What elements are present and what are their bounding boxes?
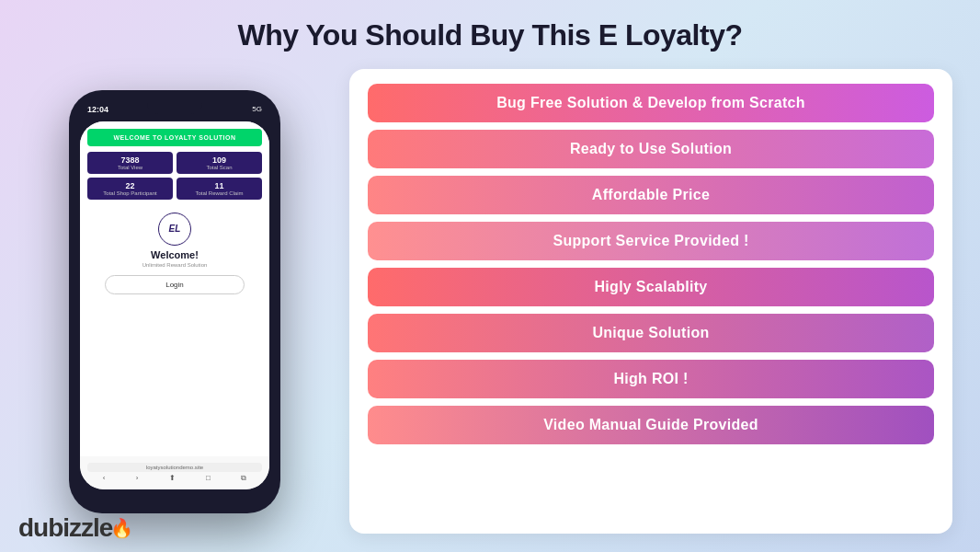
dubizzle-flame-icon: 🔥: [110, 517, 133, 539]
nav-bookmark-icon[interactable]: □: [206, 474, 211, 483]
phone-frame: 12:04 5G WELCOME TO LOYALTY SOLUTION 738…: [69, 90, 280, 513]
page-title: Why You Should Buy This E Loyalty?: [238, 18, 743, 52]
phone-welcome-heading: Welcome!: [151, 249, 199, 260]
feature-btn-1[interactable]: Bug Free Solution & Develop from Scratch: [368, 84, 934, 122]
phone-container: 12:04 5G WELCOME TO LOYALTY SOLUTION 738…: [28, 69, 322, 534]
phone-screen: WELCOME TO LOYALTY SOLUTION 7388 Total V…: [80, 121, 269, 489]
stat-shop-number: 22: [93, 181, 167, 190]
feature-btn-7[interactable]: High ROI !: [368, 360, 934, 398]
dubizzle-branding: dubizzle 🔥: [18, 513, 133, 543]
feature-btn-8[interactable]: Video Manual Guide Provided: [368, 406, 934, 444]
phone-stat-total-view: 7388 Total View: [87, 152, 173, 174]
nav-forward-icon[interactable]: ›: [136, 474, 139, 483]
stat-reward-label: Total Reward Claim: [182, 190, 256, 196]
stat-view-number: 7388: [93, 155, 167, 165]
phone-login-button[interactable]: Login: [105, 275, 245, 294]
phone-nav-icons: ‹ › ⬆ □ ⧉: [87, 474, 262, 483]
phone-stat-shop: 22 Total Shop Participant: [87, 178, 173, 200]
phone-screen-inner: WELCOME TO LOYALTY SOLUTION 7388 Total V…: [80, 121, 269, 456]
feature-btn-6[interactable]: Unique Solution: [368, 314, 934, 352]
nav-back-icon[interactable]: ‹: [103, 474, 106, 483]
stat-scan-number: 109: [182, 155, 256, 165]
phone-bottom-bar: loyatysolutiondemo.site ‹ › ⬆ □ ⧉: [80, 456, 269, 489]
page-container: Why You Should Buy This E Loyalty? 12:04…: [0, 0, 980, 552]
feature-btn-3[interactable]: Affordable Price: [368, 176, 934, 214]
phone-notch: [147, 101, 202, 114]
phone-logo-area: EL Welcome! Unlimited Reward Solution Lo…: [87, 205, 262, 298]
phone-stat-reward: 11 Total Reward Claim: [177, 178, 262, 200]
phone-signal: 5G: [252, 105, 262, 113]
phone-stats-grid: 7388 Total View 109 Total Scan 22 Total …: [87, 152, 262, 200]
phone-time: 12:04: [87, 105, 108, 114]
features-panel: Bug Free Solution & Develop from Scratch…: [349, 69, 952, 534]
feature-btn-4[interactable]: Support Service Provided !: [368, 222, 934, 260]
feature-btn-5[interactable]: Higly Scalablity: [368, 268, 934, 306]
phone-subtitle: Unlimited Reward Solution: [142, 262, 208, 268]
stat-scan-label: Total Scan: [182, 165, 256, 170]
stat-reward-number: 11: [182, 181, 256, 190]
phone-logo: EL: [158, 213, 191, 246]
phone-stat-total-scan: 109 Total Scan: [177, 152, 262, 174]
stat-shop-label: Total Shop Participant: [93, 190, 167, 196]
stat-view-label: Total View: [93, 165, 167, 170]
content-area: 12:04 5G WELCOME TO LOYALTY SOLUTION 738…: [28, 69, 952, 534]
phone-logo-text: EL: [169, 224, 181, 234]
phone-url-bar: loyatysolutiondemo.site: [87, 463, 262, 472]
dubizzle-text: dubizzle: [18, 513, 112, 543]
nav-share-icon[interactable]: ⬆: [169, 474, 176, 483]
phone-welcome-banner: WELCOME TO LOYALTY SOLUTION: [87, 129, 262, 146]
feature-btn-2[interactable]: Ready to Use Solution: [368, 130, 934, 168]
nav-tabs-icon[interactable]: ⧉: [241, 474, 246, 483]
